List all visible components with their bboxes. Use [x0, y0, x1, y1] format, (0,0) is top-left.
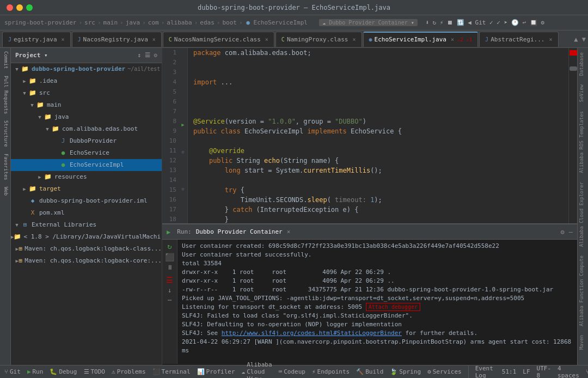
- encoding-value: UTF-8: [537, 365, 552, 379]
- git-branch[interactable]: ⑂ master: [586, 368, 588, 375]
- tab-egistry[interactable]: J egistry.java ×: [2, 32, 71, 47]
- breadcrumb-item[interactable]: EchoServiceImpl: [254, 19, 308, 26]
- encoding[interactable]: UTF-8: [537, 365, 552, 379]
- tree-item-java[interactable]: ▼ 📁 java: [11, 111, 162, 123]
- folder-icon: 📁: [14, 233, 21, 241]
- tree-item-external-libs[interactable]: ▼ ⊞ External Libraries: [11, 219, 162, 231]
- breadcrumb-item[interactable]: spring-boot-provider: [4, 19, 76, 26]
- close-icon[interactable]: ×: [451, 36, 454, 42]
- breakpoint-icon[interactable]: ▶: [179, 122, 187, 131]
- class-icon: C: [169, 36, 172, 42]
- tree-item-project[interactable]: ▼ 📁 dubbo-spring-boot-provider ~/ail/tes…: [11, 63, 162, 75]
- ros-templates-tab[interactable]: Alibaba ROS Templates: [578, 107, 588, 178]
- tree-item-main[interactable]: ▼ 📁 main: [11, 99, 162, 111]
- todo-status[interactable]: ☰ TODO: [84, 368, 106, 375]
- tree-item-jvm[interactable]: ▶ 📁 < 1.8 > /Library/Java/JavaVirtualMac…: [11, 231, 162, 243]
- favorites-tab[interactable]: Favorites: [0, 150, 10, 184]
- maximize-button[interactable]: [26, 4, 33, 11]
- seview-tab[interactable]: SeView: [578, 80, 588, 107]
- build-status[interactable]: 🔨 Build: [356, 368, 383, 375]
- fold-icon[interactable]: ⋯: [168, 296, 171, 304]
- run-tab-label[interactable]: Dubbo Provider Container: [196, 228, 283, 235]
- attach-debugger-button[interactable]: Attach debugger: [366, 303, 420, 311]
- tree-item-logback-core[interactable]: ▶ ⊞ Maven: ch.qos.logback:logback-core:.…: [11, 255, 162, 267]
- tree-item-echoserviceimpl[interactable]: ▶ ● EchoServiceImpl: [11, 159, 162, 171]
- maven-tab[interactable]: Maven: [578, 331, 588, 354]
- indent[interactable]: 4 spaces: [558, 365, 579, 379]
- structure-tab[interactable]: Structure: [0, 117, 10, 150]
- line-col[interactable]: 51:1: [502, 368, 517, 375]
- breadcrumb-item[interactable]: com: [148, 19, 159, 26]
- tree-item-target[interactable]: ▶ 📁 target: [11, 183, 162, 195]
- settings-icon[interactable]: ⚙: [561, 228, 565, 236]
- tab-nacosregistry[interactable]: J NacosRegistry.java ×: [72, 32, 162, 47]
- breadcrumb: spring-boot-provider › src › main › java…: [0, 15, 588, 31]
- breadcrumb-item[interactable]: boot: [222, 19, 237, 26]
- tree-item-label: Maven: ch.qos.logback:logback-core:...: [24, 256, 162, 266]
- tree-item-src[interactable]: ▼ 📁 src: [11, 87, 162, 99]
- event-log-status[interactable]: Event Log: [468, 365, 493, 379]
- debug-status[interactable]: 🐛 Debug: [50, 368, 77, 375]
- close-button[interactable]: [7, 4, 13, 11]
- tab-namingproxy[interactable]: C NamingProxy.class ×: [275, 32, 362, 47]
- close-icon[interactable]: ×: [352, 36, 356, 42]
- database-tab[interactable]: Database: [578, 48, 588, 80]
- codeup-status[interactable]: ⌨ Codeup: [279, 368, 305, 375]
- cloud-view-status[interactable]: ☁ Alibaba Cloud View: [242, 361, 272, 378]
- provider-container-badge[interactable]: ☁ Dubbo Provider Container ▾: [319, 19, 418, 26]
- close-icon[interactable]: ×: [549, 36, 552, 42]
- line-ending[interactable]: LF: [523, 368, 530, 375]
- spring-status[interactable]: 🍃 Spring: [390, 368, 421, 375]
- close-icon[interactable]: ×: [62, 36, 65, 42]
- cloud-label: Alibaba Cloud View: [247, 361, 272, 378]
- tree-item-path: ~/ail/test: [127, 64, 160, 74]
- tree-item-iml[interactable]: ▶ ◆ dubbo-spring-boot-provider.iml: [11, 195, 162, 207]
- breadcrumb-item[interactable]: alibaba: [167, 19, 192, 26]
- folder-icon: 📁: [28, 77, 37, 86]
- breadcrumb-item[interactable]: src: [84, 19, 95, 26]
- code-editor[interactable]: package com.alibaba.edas.boot; import ..…: [188, 48, 568, 223]
- services-status[interactable]: ⚙ Services: [427, 368, 462, 375]
- tab-nacosnamingservice[interactable]: C NacosNamingService.class ×: [163, 32, 274, 47]
- tree-item-resources[interactable]: ▶ 📁 resources: [11, 171, 162, 183]
- web-tab[interactable]: Web: [0, 184, 10, 199]
- tree-item-dubboprovider[interactable]: ▶ J DubboProvider: [11, 135, 162, 147]
- tree-item-idea[interactable]: ▶ 📁 .idea: [11, 75, 162, 87]
- minimize-panel-icon[interactable]: —: [569, 228, 573, 236]
- clear-icon[interactable]: ☰: [166, 276, 173, 284]
- pull-requests-tab[interactable]: Pull Requests: [0, 72, 10, 117]
- interface-icon: ●: [59, 149, 68, 157]
- pause-icon[interactable]: ⏸: [167, 264, 173, 271]
- run-tab-close[interactable]: ×: [287, 228, 291, 235]
- slf4j-link[interactable]: http://www.slf4j.org/codes.html#StaticLo…: [222, 330, 402, 337]
- breadcrumb-item[interactable]: edas: [200, 19, 215, 26]
- scrollbar-thumb[interactable]: [569, 66, 577, 71]
- breadcrumb-item[interactable]: main: [103, 19, 118, 26]
- problems-status[interactable]: ⚠ Problems: [112, 368, 146, 375]
- close-icon[interactable]: ×: [265, 36, 268, 42]
- tree-item-logback-classic[interactable]: ▶ ⊞ Maven: ch.qos.logback:logback-class.…: [11, 243, 162, 255]
- tree-item-pom[interactable]: ▶ X pom.xml: [11, 207, 162, 219]
- profiler-status[interactable]: 📊 Profiler: [197, 368, 235, 375]
- stop-icon[interactable]: ⬛: [165, 253, 174, 261]
- rerun-icon[interactable]: ↻: [167, 242, 171, 251]
- expand-arrow: ▼: [13, 64, 21, 74]
- commit-tab[interactable]: Commit: [0, 48, 10, 72]
- tree-item-echoservice[interactable]: ▶ ● EchoService: [11, 147, 162, 159]
- function-compute-tab[interactable]: Alibaba Function Compute: [578, 251, 588, 331]
- endpoints-status[interactable]: ⚡ Endpoints: [312, 368, 350, 375]
- editor-scrollbar[interactable]: [568, 48, 577, 223]
- scroll-icon[interactable]: ↓: [168, 286, 171, 294]
- tab-echoserviceimpl[interactable]: ● EchoServiceImpl.java × ⚠2 ⚠1: [363, 32, 479, 47]
- run-status[interactable]: ▶ Run: [27, 368, 44, 375]
- cloud-explorer-tab[interactable]: Alibaba Cloud Explorer: [578, 178, 588, 251]
- tree-item-package[interactable]: ▼ 📁 com.alibaba.edas.boot: [11, 123, 162, 135]
- breadcrumb-item[interactable]: java: [126, 19, 140, 26]
- close-icon[interactable]: ×: [152, 36, 156, 42]
- tree-item-label: External Libraries: [32, 220, 96, 230]
- minimize-button[interactable]: [16, 4, 23, 11]
- tree-item-label: com.alibaba.edas.boot: [62, 124, 138, 134]
- git-status[interactable]: ⑂ Git: [4, 368, 21, 375]
- terminal-status[interactable]: ⬛ Terminal: [152, 368, 191, 375]
- tab-abstractregi[interactable]: J AbstractRegi... ×: [479, 32, 558, 47]
